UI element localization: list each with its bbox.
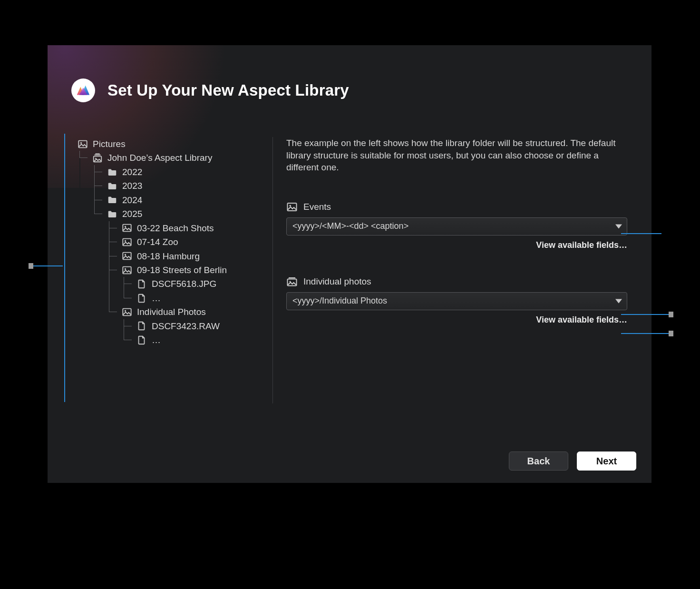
- tree-event-label: 08-18 Hamburg: [137, 249, 200, 263]
- file-icon: [136, 335, 147, 345]
- app-logo-icon: [71, 79, 95, 102]
- tree-year: 2022: [107, 165, 269, 179]
- events-label-text: Events: [303, 202, 331, 212]
- tree-file: DSCF5618.JPG: [136, 277, 269, 291]
- picture-icon: [122, 223, 132, 233]
- next-button[interactable]: Next: [577, 452, 636, 471]
- tree-root-label: Pictures: [93, 137, 126, 151]
- tree-year-label: 2025: [122, 207, 142, 221]
- tree-year: 2025: [107, 207, 269, 221]
- intro-text: The example on the left shows how the li…: [286, 137, 627, 174]
- tree-file-label: …: [152, 291, 161, 305]
- vertical-divider: [272, 137, 273, 403]
- tree-year: 2024: [107, 193, 269, 207]
- tree-event-label: 07-14 Zoo: [137, 235, 178, 249]
- individual-label-text: Individual photos: [303, 276, 371, 287]
- picture-icon: [122, 237, 132, 247]
- folder-icon: [107, 181, 117, 191]
- photo-stack-icon: [286, 276, 298, 287]
- picture-icon: [122, 307, 132, 317]
- tree-event-label: 03-22 Beach Shots: [137, 221, 214, 235]
- tree-file: …: [136, 291, 269, 305]
- back-button[interactable]: Back: [509, 452, 568, 471]
- tree-library-label: John Doe’s Aspect Library: [107, 151, 212, 165]
- picture-icon: [78, 139, 88, 149]
- tree-file-label: DSCF3423.RAW: [152, 319, 220, 333]
- file-icon: [136, 293, 147, 304]
- tree-year-label: 2023: [122, 179, 142, 193]
- individual-view-fields-link[interactable]: View available fields…: [536, 315, 627, 324]
- picture-icon: [286, 201, 298, 213]
- annotation-callout-individual: [621, 314, 669, 315]
- folder-icon: [107, 195, 117, 205]
- tree-file: …: [136, 333, 269, 347]
- events-pattern-select[interactable]: <yyyy>/<MM>-<dd> <caption>: [286, 217, 627, 236]
- individual-pattern-value: <yyyy>/Individual Photos: [292, 296, 387, 306]
- folder-structure-preview: Pictures John Doe’s Aspect Library: [64, 133, 269, 426]
- chevron-down-icon: [615, 299, 622, 303]
- tree-event: 09-18 Streets of Berlin: [122, 263, 269, 277]
- chevron-down-icon: [615, 224, 622, 228]
- tree-file-label: …: [152, 333, 161, 347]
- tree-year-label: 2024: [122, 193, 142, 207]
- picture-icon: [122, 265, 132, 275]
- tree-file-label: DSCF5618.JPG: [152, 277, 216, 291]
- folder-icon: [107, 209, 117, 219]
- tree-event: 07-14 Zoo: [122, 235, 269, 249]
- file-icon: [136, 279, 147, 289]
- tree-event: 08-18 Hamburg: [122, 249, 269, 263]
- tree-year-label: 2022: [122, 165, 142, 179]
- tree-event-label: 09-18 Streets of Berlin: [137, 263, 227, 277]
- footer-buttons: Back Next: [509, 452, 636, 471]
- individual-pattern-select[interactable]: <yyyy>/Individual Photos: [286, 292, 627, 310]
- events-pattern-value: <yyyy>/<MM>-<dd> <caption>: [292, 221, 408, 231]
- tree-library: John Doe’s Aspect Library: [92, 151, 269, 165]
- events-section-label: Events: [286, 201, 627, 213]
- folder-icon: [107, 167, 117, 177]
- events-view-fields-link[interactable]: View available fields…: [536, 240, 627, 250]
- tree-year: 2023: [107, 179, 269, 193]
- individual-section-label: Individual photos: [286, 276, 627, 287]
- file-icon: [136, 321, 147, 331]
- tree-individual-label: Individual Photos: [137, 305, 206, 319]
- picture-icon: [122, 251, 132, 261]
- header: Set Up Your New Aspect Library: [71, 79, 349, 102]
- annotation-callout-events: [621, 233, 661, 234]
- page-title: Set Up Your New Aspect Library: [107, 81, 349, 99]
- annotation-callout-fields: [621, 333, 669, 334]
- library-stack-icon: [92, 153, 103, 163]
- tree-root: Pictures: [78, 137, 269, 151]
- tree-file: DSCF3423.RAW: [136, 319, 269, 333]
- setup-window: Set Up Your New Aspect Library Pictures: [48, 45, 651, 483]
- tree-event: 03-22 Beach Shots: [122, 221, 269, 235]
- tree-individual: Individual Photos: [122, 305, 269, 319]
- annotation-callout-left: [33, 265, 63, 266]
